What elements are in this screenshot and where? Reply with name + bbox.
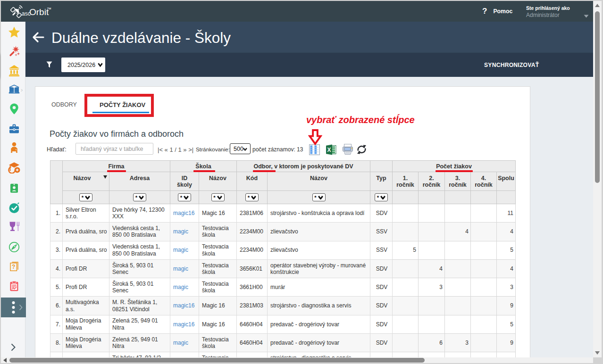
svg-text:X: X bbox=[327, 147, 331, 153]
svg-text:?: ? bbox=[12, 264, 15, 270]
